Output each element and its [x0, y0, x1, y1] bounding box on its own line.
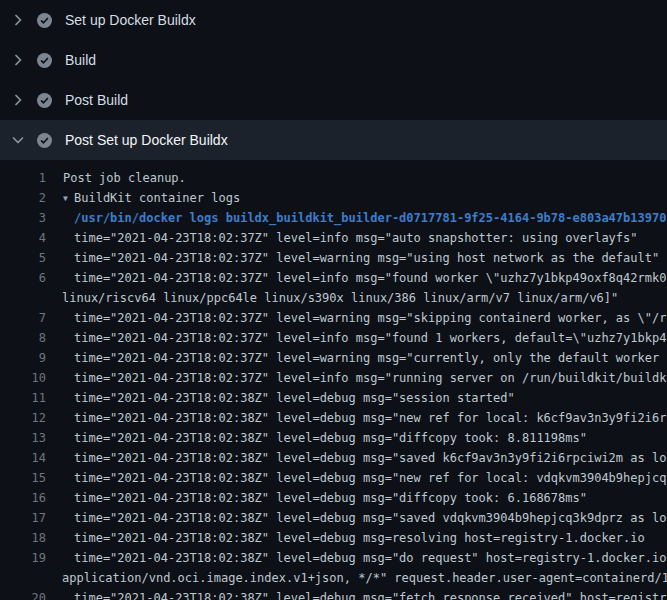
- log-row: 15time="2021-04-23T18:02:38Z" level=debu…: [0, 468, 667, 488]
- log-line: Post job cleanup.: [46, 168, 186, 188]
- log-command-line: /usr/bin/docker logs buildx_buildkit_bui…: [46, 208, 666, 228]
- log-line: time="2021-04-23T18:02:38Z" level=debug …: [46, 508, 667, 528]
- check-circle-icon: [37, 13, 52, 28]
- log-row: 6time="2021-04-23T18:02:37Z" level=info …: [0, 268, 667, 288]
- log-row: 11time="2021-04-23T18:02:38Z" level=debu…: [0, 388, 667, 408]
- step-title: Post Set up Docker Buildx: [65, 132, 228, 148]
- line-number: [0, 288, 46, 308]
- log-row: linux/riscv64 linux/ppc64le linux/s390x …: [0, 288, 667, 308]
- line-number[interactable]: 2: [0, 188, 46, 208]
- log-row: 19time="2021-04-23T18:02:38Z" level=debu…: [0, 548, 667, 568]
- log-line: time="2021-04-23T18:02:38Z" level=debug …: [46, 408, 667, 428]
- line-number[interactable]: 19: [0, 548, 46, 568]
- log-line: ▼BuildKit container logs: [46, 188, 240, 208]
- line-number[interactable]: 4: [0, 228, 46, 248]
- line-number[interactable]: 9: [0, 348, 46, 368]
- line-number[interactable]: 18: [0, 528, 46, 548]
- log-row: 14time="2021-04-23T18:02:38Z" level=debu…: [0, 448, 667, 468]
- log-area: 1Post job cleanup.2▼BuildKit container l…: [0, 160, 667, 600]
- log-row: 9time="2021-04-23T18:02:37Z" level=warni…: [0, 348, 667, 368]
- line-number[interactable]: 15: [0, 468, 46, 488]
- log-row: 3/usr/bin/docker logs buildx_buildkit_bu…: [0, 208, 667, 228]
- chevron-right-icon[interactable]: [10, 52, 26, 68]
- line-number[interactable]: 3: [0, 208, 46, 228]
- log-row: 20time="2021-04-23T18:02:38Z" level=debu…: [0, 588, 667, 600]
- log-line: time="2021-04-23T18:02:38Z" level=debug …: [46, 528, 645, 548]
- log-line: time="2021-04-23T18:02:38Z" level=debug …: [46, 468, 667, 488]
- line-number[interactable]: 6: [0, 268, 46, 288]
- log-line: time="2021-04-23T18:02:37Z" level=warnin…: [46, 348, 667, 368]
- log-row: application/vnd.oci.image.index.v1+json,…: [0, 568, 667, 588]
- log-line: time="2021-04-23T18:02:37Z" level=warnin…: [46, 308, 667, 328]
- step-row-set-up-docker-buildx[interactable]: Set up Docker Buildx: [0, 0, 667, 40]
- log-row: 13time="2021-04-23T18:02:38Z" level=debu…: [0, 428, 667, 448]
- log-row: 5time="2021-04-23T18:02:37Z" level=warni…: [0, 248, 667, 268]
- log-line: time="2021-04-23T18:02:37Z" level=info m…: [46, 368, 667, 388]
- log-row: 12time="2021-04-23T18:02:38Z" level=debu…: [0, 408, 667, 428]
- log-line: time="2021-04-23T18:02:38Z" level=debug …: [46, 388, 515, 408]
- log-row: 17time="2021-04-23T18:02:38Z" level=debu…: [0, 508, 667, 528]
- step-title: Build: [65, 52, 96, 68]
- log-line: time="2021-04-23T18:02:38Z" level=debug …: [46, 588, 667, 600]
- log-row: 8time="2021-04-23T18:02:37Z" level=info …: [0, 328, 667, 348]
- step-title: Set up Docker Buildx: [65, 12, 196, 28]
- group-toggle-icon[interactable]: ▼: [63, 189, 74, 209]
- log-line: time="2021-04-23T18:02:38Z" level=debug …: [46, 428, 587, 448]
- line-number[interactable]: 7: [0, 308, 46, 328]
- step-row-post-build[interactable]: Post Build: [0, 80, 667, 120]
- step-list: Set up Docker BuildxBuildPost BuildPost …: [0, 0, 667, 160]
- line-number[interactable]: 16: [0, 488, 46, 508]
- actions-log-viewer: Set up Docker BuildxBuildPost BuildPost …: [0, 0, 667, 600]
- log-row: 7time="2021-04-23T18:02:37Z" level=warni…: [0, 308, 667, 328]
- log-line: time="2021-04-23T18:02:38Z" level=debug …: [46, 548, 667, 568]
- chevron-right-icon[interactable]: [10, 12, 26, 28]
- line-number[interactable]: 5: [0, 248, 46, 268]
- log-row: 16time="2021-04-23T18:02:38Z" level=debu…: [0, 488, 667, 508]
- line-number[interactable]: 1: [0, 168, 46, 188]
- log-row: 1Post job cleanup.: [0, 168, 667, 188]
- log-row: 4time="2021-04-23T18:02:37Z" level=info …: [0, 228, 667, 248]
- log-row: 18time="2021-04-23T18:02:38Z" level=debu…: [0, 528, 667, 548]
- check-circle-icon: [37, 133, 52, 148]
- line-number[interactable]: 8: [0, 328, 46, 348]
- line-number[interactable]: 17: [0, 508, 46, 528]
- step-row-build[interactable]: Build: [0, 40, 667, 80]
- log-line: time="2021-04-23T18:02:38Z" level=debug …: [46, 448, 667, 468]
- chevron-right-icon[interactable]: [10, 92, 26, 108]
- log-line: time="2021-04-23T18:02:37Z" level=warnin…: [46, 248, 659, 268]
- chevron-down-icon[interactable]: [10, 132, 26, 148]
- step-row-post-set-up-docker-buildx[interactable]: Post Set up Docker Buildx: [0, 120, 667, 160]
- log-line: time="2021-04-23T18:02:38Z" level=debug …: [46, 488, 587, 508]
- line-number[interactable]: 14: [0, 448, 46, 468]
- line-number[interactable]: 12: [0, 408, 46, 428]
- log-row: 2▼BuildKit container logs: [0, 188, 667, 208]
- log-line: time="2021-04-23T18:02:37Z" level=info m…: [46, 328, 667, 348]
- log-line: time="2021-04-23T18:02:37Z" level=info m…: [46, 268, 667, 288]
- line-number[interactable]: 13: [0, 428, 46, 448]
- log-line: application/vnd.oci.image.index.v1+json,…: [46, 568, 667, 588]
- line-number[interactable]: 20: [0, 588, 46, 600]
- line-number[interactable]: 11: [0, 388, 46, 408]
- group-title: BuildKit container logs: [74, 191, 240, 205]
- check-circle-icon: [37, 53, 52, 68]
- log-line: time="2021-04-23T18:02:37Z" level=info m…: [46, 228, 638, 248]
- log-line: linux/riscv64 linux/ppc64le linux/s390x …: [46, 288, 618, 308]
- check-circle-icon: [37, 93, 52, 108]
- line-number: [0, 568, 46, 588]
- log-row: 10time="2021-04-23T18:02:37Z" level=info…: [0, 368, 667, 388]
- step-title: Post Build: [65, 92, 128, 108]
- line-number[interactable]: 10: [0, 368, 46, 388]
